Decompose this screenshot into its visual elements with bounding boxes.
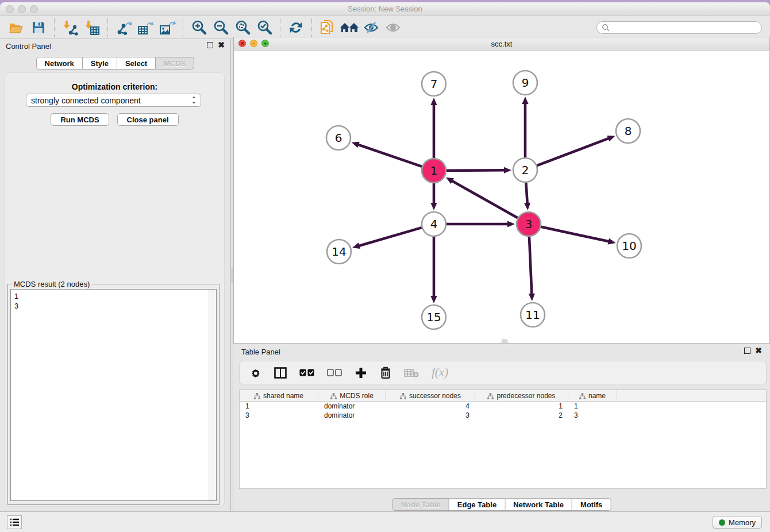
splitter-grip[interactable]	[231, 269, 233, 282]
zoom-selected-button[interactable]	[253, 18, 275, 37]
zoom-out-button[interactable]	[210, 18, 232, 37]
tab-motifs[interactable]: Motifs	[572, 498, 611, 511]
import-table-button[interactable]	[81, 18, 103, 37]
graph-edge-arrowhead	[524, 203, 530, 210]
search-field[interactable]	[596, 21, 762, 34]
table-row[interactable]: 3dominator323	[240, 411, 766, 420]
tab-style[interactable]: Style	[83, 57, 117, 70]
graph-edge-3-10[interactable]	[541, 227, 609, 242]
tab-mcds[interactable]: MCDS	[156, 57, 194, 70]
table-panel-title: Table Panel	[241, 348, 280, 356]
export-table-button[interactable]	[134, 18, 156, 37]
table-cell[interactable]: 1	[475, 402, 568, 411]
network-canvas[interactable]: 7968124314101511	[234, 51, 769, 343]
toolbar-separator	[183, 18, 183, 37]
float-panel-icon[interactable]	[207, 42, 213, 48]
network-window-titlebar[interactable]: ✕ − + scc.txt	[234, 37, 769, 51]
tab-select[interactable]: Select	[117, 57, 156, 70]
column-type-icon	[330, 393, 337, 399]
column-header-name[interactable]: name	[568, 390, 617, 402]
graph-edge-2-3[interactable]	[526, 183, 527, 204]
export-image-button[interactable]	[156, 18, 178, 37]
close-panel-icon[interactable]: ✖	[218, 42, 225, 48]
column-header-successor-nodes[interactable]: successor nodes	[386, 390, 475, 402]
network-graph[interactable]: 7968124314101511	[234, 51, 769, 343]
hide-selected-button[interactable]	[360, 18, 382, 37]
graph-edge-3-11[interactable]	[529, 237, 532, 295]
open-session-button[interactable]	[6, 18, 28, 37]
table-cell[interactable]: 4	[386, 402, 475, 411]
close-panel-button[interactable]: Close panel	[117, 113, 179, 126]
float-table-panel-icon[interactable]	[744, 348, 750, 354]
control-panel: Control Panel ✖ NetworkStyleSelectMCDS O…	[0, 39, 230, 511]
graph-edge-arrowhead	[352, 242, 360, 249]
table-cell[interactable]: 1	[568, 402, 617, 411]
select-all-button[interactable]	[299, 369, 314, 377]
column-type-icon	[579, 393, 586, 399]
save-icon	[32, 21, 45, 34]
column-header-MCDS-role[interactable]: MCDS role	[318, 390, 386, 402]
toolbar-separator	[311, 18, 312, 37]
horizontal-splitter-grip[interactable]	[502, 340, 507, 344]
graph-edge-4-14[interactable]	[359, 228, 422, 246]
table-cell[interactable]: 1	[240, 402, 318, 411]
column-type-icon	[487, 393, 494, 399]
duplicate-network-button[interactable]	[317, 18, 338, 37]
delete-column-button[interactable]	[380, 367, 391, 379]
first-neighbors-button[interactable]	[338, 18, 360, 37]
tab-node-table[interactable]: Node Table	[392, 498, 449, 511]
save-session-button[interactable]	[28, 18, 49, 37]
criterion-value: strongly connected component	[31, 96, 141, 105]
close-table-panel-icon[interactable]: ✖	[755, 348, 762, 354]
graph-edge-2-8[interactable]	[537, 138, 610, 165]
deselect-all-button[interactable]	[327, 369, 342, 377]
table-cell[interactable]: dominator	[318, 411, 386, 420]
network-view-window: ✕ − + scc.txt 7968124314101511	[233, 37, 770, 344]
memory-button[interactable]: Memory	[713, 516, 762, 529]
mcds-result-text[interactable]: 1 3	[10, 289, 217, 501]
memory-label: Memory	[729, 518, 756, 527]
table-header-row: shared nameMCDS rolesuccessor nodesprede…	[240, 390, 766, 402]
control-panel-title: Control Panel	[6, 42, 51, 51]
graph-node-label-9: 9	[522, 76, 529, 90]
tab-network-table[interactable]: Network Table	[505, 498, 572, 511]
tab-edge-table[interactable]: Edge Table	[449, 498, 505, 511]
table-cell[interactable]: 3	[240, 411, 318, 420]
import-table-icon	[84, 20, 100, 36]
graph-edge-arrowhead	[352, 142, 360, 148]
run-mcds-button[interactable]: Run MCDS	[51, 113, 109, 126]
task-history-button[interactable]	[7, 515, 22, 529]
column-header-shared-name[interactable]: shared name	[240, 390, 318, 402]
column-header-predecessor-nodes[interactable]: predecessor nodes	[475, 390, 568, 402]
unchecked-boxes-icon	[327, 369, 342, 377]
table-row[interactable]: 1dominator411	[240, 402, 766, 411]
apply-layout-button[interactable]	[285, 18, 307, 37]
table-cell[interactable]: dominator	[318, 402, 386, 411]
graph-edge-1-6[interactable]	[357, 144, 422, 166]
graph-node-label-6: 6	[335, 131, 342, 145]
toolbar-separator	[107, 18, 108, 37]
zoom-in-button[interactable]	[188, 18, 210, 37]
zoom-fit-button[interactable]	[232, 18, 253, 37]
import-network-button[interactable]	[59, 18, 81, 37]
duplicate-network-icon	[319, 19, 336, 36]
table-cell[interactable]: 3	[386, 411, 475, 420]
graph-node-label-10: 10	[622, 239, 636, 253]
export-network-button[interactable]	[113, 18, 134, 37]
zoom-out-icon	[213, 20, 229, 36]
search-input[interactable]	[610, 24, 761, 32]
table-options-button[interactable]	[250, 367, 261, 379]
column-type-icon	[400, 393, 406, 399]
result-scrollbar[interactable]	[209, 290, 216, 500]
criterion-dropdown[interactable]: strongly connected component ⌃⌄	[26, 94, 201, 107]
plus-icon	[355, 367, 367, 379]
delete-table-button	[404, 368, 419, 377]
graph-edge-1-2[interactable]	[446, 170, 505, 171]
graph-edge-3-1[interactable]	[451, 180, 517, 218]
columns-icon	[274, 367, 287, 379]
show-columns-button[interactable]	[274, 367, 287, 379]
tab-network[interactable]: Network	[36, 57, 83, 70]
add-column-button[interactable]	[355, 367, 367, 379]
table-cell[interactable]: 3	[568, 411, 617, 420]
table-cell[interactable]: 2	[475, 411, 568, 420]
